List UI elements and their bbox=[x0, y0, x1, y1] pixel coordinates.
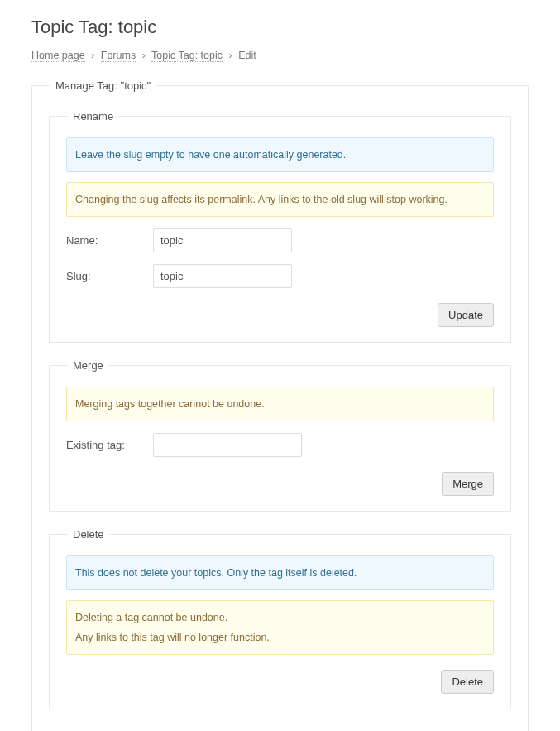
breadcrumb-home[interactable]: Home page bbox=[31, 50, 85, 62]
breadcrumb-tag[interactable]: Topic Tag: topic bbox=[151, 50, 223, 62]
name-field-row: Name: bbox=[66, 228, 494, 252]
delete-fieldset: Delete This does not delete your topics.… bbox=[49, 528, 511, 709]
page-title: Topic Tag: topic bbox=[31, 17, 529, 38]
manage-tag-fieldset: Manage Tag: "topic" Rename Leave the slu… bbox=[31, 79, 529, 731]
breadcrumb-forums[interactable]: Forums bbox=[101, 50, 136, 62]
delete-warn-alert: Deleting a tag cannot be undone. Any lin… bbox=[66, 600, 494, 655]
slug-input[interactable] bbox=[153, 264, 292, 288]
existing-tag-label: Existing tag: bbox=[66, 439, 153, 451]
breadcrumb-current: Edit bbox=[238, 50, 256, 61]
existing-tag-field-row: Existing tag: bbox=[66, 433, 494, 457]
merge-warn-alert: Merging tags together cannot be undone. bbox=[66, 387, 494, 421]
delete-warn-line1: Deleting a tag cannot be undone. bbox=[75, 609, 485, 626]
manage-tag-legend: Manage Tag: "topic" bbox=[50, 79, 156, 92]
breadcrumb-sep: › bbox=[91, 50, 94, 61]
breadcrumb-sep: › bbox=[228, 50, 232, 61]
rename-legend: Rename bbox=[68, 110, 118, 123]
breadcrumb-sep: › bbox=[142, 50, 146, 61]
merge-legend: Merge bbox=[68, 359, 108, 372]
delete-info-alert: This does not delete your topics. Only t… bbox=[66, 555, 494, 590]
delete-legend: Delete bbox=[68, 528, 109, 541]
rename-info-alert: Leave the slug empty to have one automat… bbox=[66, 137, 494, 172]
rename-fieldset: Rename Leave the slug empty to have one … bbox=[49, 110, 511, 343]
update-button[interactable]: Update bbox=[438, 303, 494, 327]
existing-tag-input[interactable] bbox=[153, 433, 302, 457]
slug-label: Slug: bbox=[66, 270, 153, 282]
merge-button[interactable]: Merge bbox=[442, 472, 494, 496]
slug-field-row: Slug: bbox=[66, 264, 494, 288]
name-label: Name: bbox=[66, 234, 153, 247]
delete-warn-line2: Any links to this tag will no longer fun… bbox=[75, 629, 485, 646]
delete-button[interactable]: Delete bbox=[441, 670, 494, 694]
merge-fieldset: Merge Merging tags together cannot be un… bbox=[49, 359, 511, 512]
name-input[interactable] bbox=[153, 228, 292, 252]
breadcrumb: Home page › Forums › Topic Tag: topic › … bbox=[31, 50, 529, 61]
rename-warn-alert: Changing the slug affects its permalink.… bbox=[66, 182, 494, 217]
